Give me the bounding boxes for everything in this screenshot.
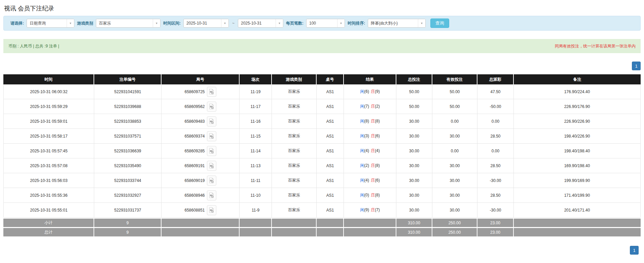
subtotal-label: 小计: [3, 218, 94, 227]
page-1-button[interactable]: 1: [630, 246, 639, 255]
table-row: 2025-10-31 05:57:45 522931036639 6586092…: [3, 144, 641, 158]
cell-round-id: 658608946: [162, 188, 240, 203]
video-file-icon: [209, 148, 214, 154]
result-player-label: 闲: [360, 104, 364, 109]
chevron-down-icon[interactable]: ▼: [67, 19, 74, 27]
video-record-button[interactable]: [207, 161, 216, 171]
total-count: 9: [94, 227, 162, 236]
result-banker-score: (7): [375, 208, 380, 212]
total-valid-bet: 250.00: [432, 227, 477, 236]
subtotal-valid-bet: 250.00: [432, 218, 477, 227]
video-record-button[interactable]: [207, 116, 216, 126]
round-id-value: 658609483: [184, 119, 205, 124]
round-id-value: 658609374: [184, 134, 205, 139]
cell-payout: -30.00: [477, 173, 514, 188]
video-record-button[interactable]: [207, 102, 216, 112]
cell-total-bet-link[interactable]: 30.00: [396, 158, 432, 173]
cell-round-id: 658609191: [162, 158, 240, 173]
cell-round-id: 658609285: [162, 144, 240, 158]
video-record-button[interactable]: [207, 205, 216, 215]
col-remark: 备注: [514, 74, 641, 84]
chevron-down-icon[interactable]: ▼: [337, 19, 345, 27]
page-1-button[interactable]: 1: [632, 62, 641, 70]
cell-bet-id: 522931038853: [94, 114, 162, 129]
round-id-value: 658609019: [184, 178, 205, 183]
cell-empty: [240, 227, 272, 236]
currency-summary-text: 币别 : 人民币 | 总共 :9 注单 |: [8, 43, 59, 49]
cell-round-id: 658609374: [162, 129, 240, 144]
cell-total-bet-link[interactable]: 30.00: [396, 129, 432, 144]
cell-time: 2025-10-31 05:55:36: [3, 188, 94, 203]
result-player-label: 闲: [360, 163, 364, 168]
result-player-label: 闲: [360, 134, 364, 138]
result-banker-score: (2): [375, 104, 380, 109]
cell-payout: 47.50: [477, 84, 514, 99]
total-total-bet: 310.00: [396, 227, 432, 236]
result-banker-score: (4): [375, 148, 380, 153]
cell-game-type: 百家乐: [272, 144, 317, 158]
pagination-bottom: 1: [3, 246, 641, 255]
result-banker-score: (8): [375, 193, 380, 197]
page-title: 视讯 会员下注纪录: [3, 0, 641, 16]
table-row: 2025-10-31 05:56:03 522931033744 6586090…: [3, 173, 641, 188]
table-row: 2025-10-31 05:57:08 522931035490 6586091…: [3, 158, 641, 173]
cell-remark: 198.40/226.90: [514, 129, 641, 144]
result-player-label: 闲: [360, 148, 364, 153]
chevron-down-icon[interactable]: ▼: [221, 19, 228, 27]
query-type-select[interactable]: 日期查询 ▼: [27, 19, 74, 28]
page-size-label: 每页笔数:: [286, 21, 303, 26]
cell-total-bet-link[interactable]: 30.00: [396, 114, 432, 129]
video-file-icon: [209, 133, 214, 139]
page-size-value: 100: [307, 21, 319, 26]
chevron-down-icon[interactable]: ▼: [153, 19, 160, 27]
cell-table-no: AS1: [317, 144, 344, 158]
cell-game-type: 百家乐: [272, 173, 317, 188]
cell-total-bet-link[interactable]: 30.00: [396, 173, 432, 188]
cell-table-no: AS1: [317, 129, 344, 144]
video-record-button[interactable]: [207, 176, 216, 186]
cell-session: 11-17: [240, 99, 272, 114]
video-record-button[interactable]: [207, 146, 216, 156]
video-file-icon: [209, 163, 214, 168]
cell-bet-id: 522931036639: [94, 144, 162, 158]
cell-table-no: AS1: [317, 114, 344, 129]
cell-session: 11-10: [240, 188, 272, 203]
cell-table-no: AS1: [317, 158, 344, 173]
page-size-select[interactable]: 100 ▼: [306, 19, 345, 28]
result-player-score: (2): [364, 163, 369, 168]
sort-select[interactable]: 降幂(由大到小) ▼: [368, 19, 426, 28]
cell-time: 2025-10-31 05:58:17: [3, 129, 94, 144]
date-to-select[interactable]: 2025-10-31 ▼: [238, 19, 283, 28]
cell-total-bet-link[interactable]: 30.00: [396, 188, 432, 203]
date-from-select[interactable]: 2025-10-31 ▼: [183, 19, 229, 28]
bet-records-table: 时间 注单编号 局号 场次 游戏类别 桌号 结果 总投注 有效投注 总派彩 备注…: [3, 74, 641, 236]
result-player-label: 闲: [360, 178, 364, 183]
table-body: 2025-10-31 06:00:32 522931041591 6586097…: [3, 84, 641, 218]
cell-remark: 169.90/198.40: [514, 158, 641, 173]
cell-round-id: 658609725: [162, 84, 240, 99]
cell-total-bet-link[interactable]: 30.00: [396, 203, 432, 218]
cell-total-bet-link[interactable]: 50.00: [396, 99, 432, 114]
round-id-value: 658608946: [184, 193, 205, 198]
cell-total-bet-link[interactable]: 50.00: [396, 84, 432, 99]
video-record-button[interactable]: [207, 131, 216, 141]
cell-bet-id: 522931041591: [94, 84, 162, 99]
notice-text: 同局有效投注，统一计算在该局第一张注单内: [555, 43, 636, 49]
cell-round-id: 658609019: [162, 173, 240, 188]
cell-valid-bet: 0.00: [432, 114, 477, 129]
search-button[interactable]: 查询: [430, 18, 449, 28]
video-file-icon: [209, 192, 214, 198]
result-banker-label: 庄: [371, 163, 375, 168]
game-type-select[interactable]: 百家乐 ▼: [96, 19, 160, 28]
cell-payout: -50.00: [477, 99, 514, 114]
video-record-button[interactable]: [207, 190, 216, 200]
chevron-down-icon[interactable]: ▼: [276, 19, 283, 27]
cell-bet-id: 522931039688: [94, 99, 162, 114]
video-record-button[interactable]: [207, 87, 216, 97]
chevron-down-icon[interactable]: ▼: [418, 19, 425, 27]
result-banker-label: 庄: [371, 208, 375, 212]
cell-valid-bet: 50.00: [432, 84, 477, 99]
result-player-label: 闲: [360, 119, 364, 123]
subtotal-total-bet: 310.00: [396, 218, 432, 227]
cell-total-bet-link[interactable]: 30.00: [396, 144, 432, 158]
